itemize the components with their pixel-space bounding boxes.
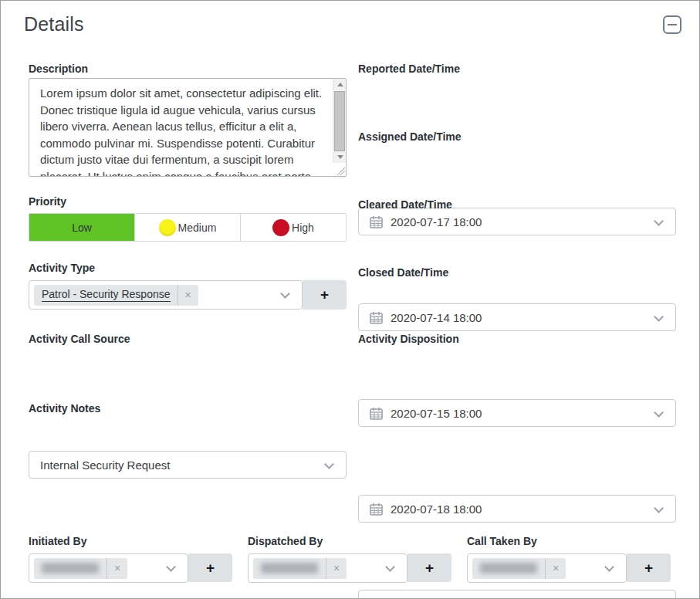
activity-disposition-select[interactable]: Waiting for Review bbox=[358, 590, 676, 599]
reported-date-label: Reported Date/Time bbox=[358, 63, 460, 75]
reported-date-field[interactable]: 2020-07-17 18:00 bbox=[358, 208, 676, 235]
redacted-name bbox=[261, 563, 318, 574]
activity-type-label: Activity Type bbox=[29, 262, 95, 274]
calendar-icon bbox=[370, 215, 383, 228]
call-taken-by-chip: × bbox=[472, 558, 566, 579]
chip-remove-button[interactable]: × bbox=[178, 285, 198, 306]
assigned-date-label: Assigned Date/Time bbox=[358, 130, 462, 143]
description-textarea[interactable]: Lorem ipsum dolor sit amet, consectetur … bbox=[29, 78, 347, 177]
call-taken-by-select[interactable]: × bbox=[467, 553, 627, 583]
closed-date-field[interactable]: 2020-07-18 18:00 bbox=[358, 495, 676, 523]
chip-text: Patrol - Security Response bbox=[42, 288, 171, 302]
scroll-up-button[interactable] bbox=[333, 79, 347, 90]
calendar-icon bbox=[370, 311, 383, 324]
closed-date-value: 2020-07-18 18:00 bbox=[391, 503, 482, 516]
activity-type-select[interactable]: Patrol - Security Response × bbox=[29, 280, 303, 310]
chip-remove-button[interactable]: × bbox=[326, 558, 347, 579]
activity-type-control: Patrol - Security Response × + bbox=[29, 280, 347, 310]
initiated-by-control: × + bbox=[29, 553, 232, 582]
chevron-down-icon bbox=[385, 562, 395, 572]
chevron-down-icon bbox=[166, 562, 176, 572]
activity-call-source-select[interactable]: Internal Security Request bbox=[29, 451, 347, 479]
priority-option-low[interactable]: Low bbox=[29, 214, 134, 241]
redacted-name bbox=[42, 563, 99, 574]
initiated-by-add-button[interactable]: + bbox=[188, 553, 232, 582]
priority-label: Priority bbox=[29, 195, 66, 208]
red-circle-icon bbox=[272, 219, 289, 236]
activity-call-source-value: Internal Security Request bbox=[40, 459, 170, 472]
chevron-down-icon bbox=[654, 503, 664, 513]
chevron-down-icon bbox=[280, 289, 290, 299]
dispatched-by-add-button[interactable]: + bbox=[407, 553, 451, 582]
page-title: Details bbox=[24, 13, 84, 36]
dispatched-by-label: Dispatched By bbox=[248, 535, 323, 547]
reported-date-value: 2020-07-17 18:00 bbox=[391, 215, 482, 228]
description-scrollbar[interactable] bbox=[333, 79, 346, 163]
activity-disposition-label: Activity Disposition bbox=[358, 333, 459, 345]
resize-handle-icon[interactable] bbox=[335, 165, 345, 175]
assigned-date-field[interactable]: 2020-07-14 18:00 bbox=[358, 303, 676, 331]
closed-date-label: Closed Date/Time bbox=[358, 266, 448, 279]
chevron-down-icon bbox=[654, 408, 664, 418]
triangle-down-icon bbox=[337, 155, 343, 159]
activity-type-add-button[interactable]: + bbox=[303, 280, 347, 310]
call-taken-by-control: × + bbox=[467, 553, 671, 582]
scrollbar-thumb[interactable] bbox=[334, 91, 345, 151]
dispatched-by-control: × + bbox=[248, 553, 451, 582]
chevron-down-icon bbox=[654, 216, 664, 226]
initiated-by-chip: × bbox=[34, 558, 127, 579]
calendar-icon bbox=[370, 407, 383, 420]
priority-low-label: Low bbox=[72, 222, 92, 234]
priority-option-medium[interactable]: Medium bbox=[134, 214, 240, 241]
priority-button-group: Low Medium High bbox=[29, 213, 347, 242]
triangle-up-icon bbox=[337, 83, 343, 86]
description-text: Lorem ipsum dolor sit amet, consectetur … bbox=[29, 79, 327, 176]
call-taken-by-label: Call Taken By bbox=[467, 535, 537, 547]
chevron-down-icon bbox=[654, 312, 664, 322]
chip-remove-button[interactable]: × bbox=[545, 558, 566, 579]
chevron-down-icon bbox=[604, 562, 614, 572]
calendar-icon bbox=[370, 503, 383, 516]
initiated-by-select[interactable]: × bbox=[29, 553, 188, 583]
activity-notes-label: Activity Notes bbox=[29, 402, 100, 415]
activity-type-chip: Patrol - Security Response × bbox=[34, 285, 198, 306]
collapse-button[interactable] bbox=[663, 15, 681, 34]
priority-high-label: High bbox=[292, 222, 314, 234]
dispatched-by-chip: × bbox=[253, 558, 347, 579]
cleared-date-value: 2020-07-15 18:00 bbox=[391, 407, 482, 420]
cleared-date-field[interactable]: 2020-07-15 18:00 bbox=[358, 399, 676, 427]
cleared-date-label: Cleared Date/Time bbox=[358, 198, 452, 211]
priority-option-high[interactable]: High bbox=[240, 214, 346, 241]
scroll-down-button[interactable] bbox=[333, 151, 347, 163]
chip-remove-button[interactable]: × bbox=[107, 558, 127, 579]
call-taken-by-add-button[interactable]: + bbox=[627, 553, 671, 582]
initiated-by-label: Initiated By bbox=[29, 535, 86, 547]
priority-medium-label: Medium bbox=[178, 222, 217, 234]
redacted-name bbox=[480, 563, 537, 574]
dispatched-by-select[interactable]: × bbox=[248, 553, 407, 583]
chevron-down-icon bbox=[324, 459, 334, 469]
description-label: Description bbox=[29, 63, 88, 75]
yellow-circle-icon bbox=[159, 219, 176, 236]
minus-icon bbox=[668, 24, 677, 25]
assigned-date-value: 2020-07-14 18:00 bbox=[391, 311, 482, 324]
activity-call-source-label: Activity Call Source bbox=[29, 333, 130, 345]
details-panel: Details Description Lorem ipsum dolor si… bbox=[0, 0, 700, 599]
